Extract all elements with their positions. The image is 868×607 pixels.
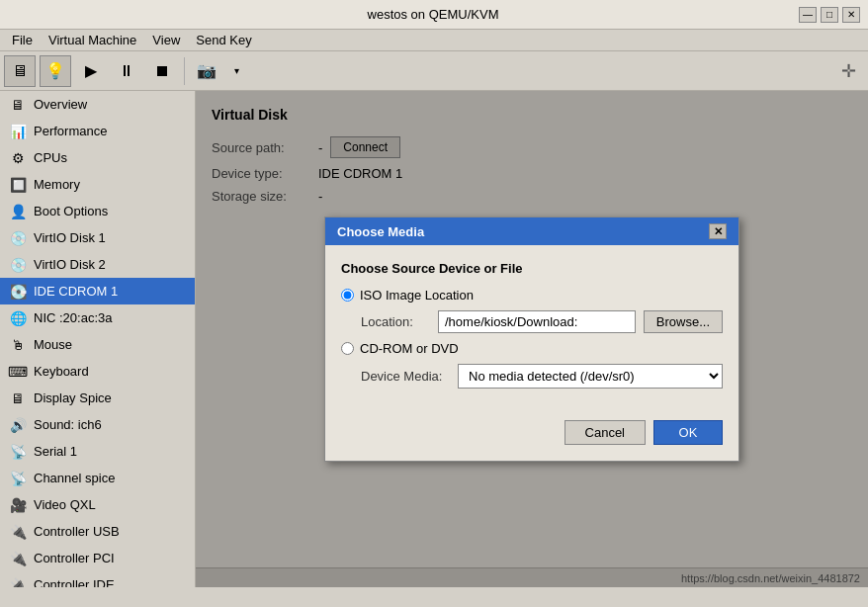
virtio-disk-1-icon: 💿 [8,228,28,248]
modal-close-button[interactable]: ✕ [709,223,727,239]
sidebar-label-virtio-disk-1: VirtIO Disk 1 [34,230,106,245]
sidebar-label-channel-spice: Channel spice [34,471,115,485]
stop-icon: ⏹ [154,62,170,80]
monitor-icon: 🖥 [12,62,28,80]
window-title: westos on QEMU/KVM [67,7,799,22]
cancel-button[interactable]: Cancel [564,420,646,445]
sidebar-item-boot-options[interactable]: 👤 Boot Options [0,198,195,224]
display-spice-icon: 🖥 [8,389,28,408]
location-row: Location: Browse... [361,310,723,333]
toolbar-power-button[interactable]: 💡 [40,55,71,87]
toolbar-overview-button[interactable]: 🖥 [4,55,36,87]
device-media-label: Device Media: [361,369,450,384]
performance-icon: 📊 [8,122,28,141]
ide-cdrom-icon: 💽 [8,282,28,302]
cpus-icon: ⚙ [8,148,28,168]
cdrom-radio-label[interactable]: CD-ROM or DVD [360,341,459,356]
ok-button[interactable]: OK [653,420,723,445]
sidebar-label-video-qxl: Video QXL [34,497,96,512]
controller-ide-icon: 🔌 [8,575,28,588]
lightbulb-icon: 💡 [45,61,65,80]
overview-icon: 🖥 [8,95,28,115]
minimize-button[interactable]: — [799,7,817,23]
sidebar-label-overview: Overview [34,97,87,112]
sidebar-item-controller-pci[interactable]: 🔌 Controller PCI [0,545,195,571]
toolbar-stop-button[interactable]: ⏹ [146,55,178,87]
sidebar-item-controller-ide[interactable]: 🔌 Controller IDE [0,571,195,587]
sidebar-item-overview[interactable]: 🖥 Overview [0,91,195,118]
virtio-disk-2-icon: 💿 [8,255,28,275]
toolbar-snapshot-button[interactable]: 📷 [191,55,222,87]
sidebar-label-serial-1: Serial 1 [34,444,77,459]
play-icon: ▶ [85,61,97,80]
sidebar-item-channel-spice[interactable]: 📡 Channel spice [0,465,195,491]
sidebar-label-ide-cdrom-1: IDE CDROM 1 [34,284,118,299]
menu-bar: File Virtual Machine View Send Key [0,30,868,51]
right-panel: Virtual Disk Source path: - Connect Devi… [196,91,868,587]
sidebar-label-display-spice: Display Spice [34,390,112,405]
channel-spice-icon: 📡 [8,469,28,488]
sidebar-label-keyboard: Keyboard [34,364,89,379]
toolbar-run-button[interactable]: ▶ [75,55,107,87]
menu-view[interactable]: View [144,31,188,49]
sidebar-label-controller-ide: Controller IDE [34,577,115,587]
boot-options-icon: 👤 [8,202,28,221]
sidebar-item-sound-ich6[interactable]: 🔊 Sound: ich6 [0,411,195,438]
modal-body: Choose Source Device or File ISO Image L… [325,245,738,420]
menu-virtual-machine[interactable]: Virtual Machine [41,31,144,49]
sidebar-item-memory[interactable]: 🔲 Memory [0,171,195,198]
cdrom-radio-row: CD-ROM or DVD [341,341,723,356]
keyboard-icon: ⌨ [8,362,28,382]
toolbar-move: ✛ [832,55,864,87]
device-media-row: Device Media: No media detected (/dev/sr… [361,364,723,389]
sidebar-label-performance: Performance [34,124,107,138]
toolbar-separator-1 [184,57,185,85]
toolbar: 🖥 💡 ▶ ⏸ ⏹ 📷 ▾ ✛ [0,51,868,91]
sidebar-label-boot-options: Boot Options [34,204,108,218]
serial-icon: 📡 [8,442,28,462]
sidebar-item-ide-cdrom-1[interactable]: 💽 IDE CDROM 1 [0,278,195,304]
modal-title: Choose Media [337,224,424,239]
nic-icon: 🌐 [8,308,28,328]
maximize-button[interactable]: □ [821,7,838,23]
modal-footer: Cancel OK [325,420,738,461]
sidebar-label-controller-pci: Controller PCI [34,551,115,565]
sidebar-item-display-spice[interactable]: 🖥 Display Spice [0,385,195,411]
sidebar-item-video-qxl[interactable]: 🎥 Video QXL [0,491,195,518]
sidebar-label-controller-usb: Controller USB [34,524,120,539]
sidebar-item-nic[interactable]: 🌐 NIC :20:ac:3a [0,304,195,331]
menu-file[interactable]: File [4,31,41,49]
sidebar-item-performance[interactable]: 📊 Performance [0,118,195,144]
sidebar-item-cpus[interactable]: ⚙ CPUs [0,144,195,171]
toolbar-dropdown[interactable]: ▾ [226,55,246,87]
browse-button[interactable]: Browse... [644,310,723,333]
controller-pci-icon: 🔌 [8,549,28,568]
sidebar-item-mouse[interactable]: 🖱 Mouse [0,331,195,358]
modal-section-title: Choose Source Device or File [341,261,723,276]
device-media-select[interactable]: No media detected (/dev/sr0) [458,364,723,389]
sidebar: 🖥 Overview 📊 Performance ⚙ CPUs 🔲 Memory… [0,91,196,587]
sidebar-label-cpus: CPUs [34,150,67,165]
memory-icon: 🔲 [8,175,28,195]
sidebar-item-virtio-disk-2[interactable]: 💿 VirtIO Disk 2 [0,251,195,278]
choose-media-dialog: Choose Media ✕ Choose Source Device or F… [324,217,739,462]
sidebar-item-virtio-disk-1[interactable]: 💿 VirtIO Disk 1 [0,224,195,251]
title-bar: westos on QEMU/KVM — □ ✕ [0,0,868,30]
toolbar-pause-button[interactable]: ⏸ [111,55,142,87]
modal-overlay: Choose Media ✕ Choose Source Device or F… [196,91,868,587]
iso-radio-label[interactable]: ISO Image Location [360,288,474,303]
sidebar-label-nic: NIC :20:ac:3a [34,310,113,325]
title-bar-controls: — □ ✕ [799,7,860,23]
close-button[interactable]: ✕ [842,7,860,23]
sidebar-item-serial-1[interactable]: 📡 Serial 1 [0,438,195,465]
sidebar-label-memory: Memory [34,177,80,192]
main-content: 🖥 Overview 📊 Performance ⚙ CPUs 🔲 Memory… [0,91,868,587]
cdrom-radio[interactable] [341,342,354,355]
location-input[interactable] [438,310,636,333]
sound-icon: 🔊 [8,415,28,435]
menu-send-key[interactable]: Send Key [188,31,259,49]
sidebar-label-sound-ich6: Sound: ich6 [34,417,102,432]
sidebar-item-controller-usb[interactable]: 🔌 Controller USB [0,518,195,545]
iso-radio[interactable] [341,289,354,302]
sidebar-item-keyboard[interactable]: ⌨ Keyboard [0,358,195,385]
